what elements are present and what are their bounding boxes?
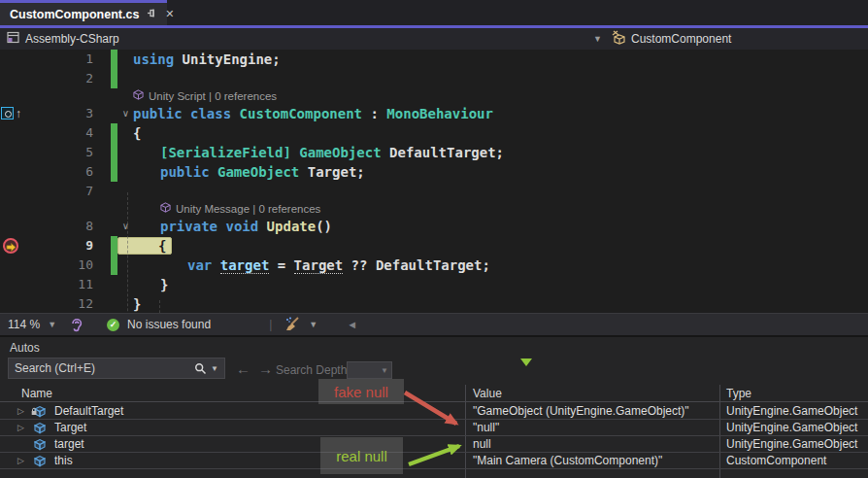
current-statement-brace: { (158, 236, 166, 256)
hscroll-left-arrow-icon[interactable]: ◄ (347, 319, 357, 330)
watch-type: CustomComponent (726, 454, 826, 467)
line-number: 11 (23, 275, 97, 294)
forward-arrow-icon[interactable]: → (258, 360, 273, 377)
no-issues-check-icon: ✓ (107, 319, 119, 331)
chevron-down-icon[interactable]: ▼ (593, 34, 612, 44)
code-line: 7 (0, 182, 868, 201)
watch-row[interactable]: ▷DefaultTarget"GameObject (UnityEngine.G… (0, 403, 868, 420)
search-icon[interactable] (192, 362, 209, 375)
code-text: using UnityEngine; (133, 50, 281, 69)
zoom-level: 114 % (0, 318, 40, 331)
watch-row[interactable]: ▷Target"null"UnityEngine.GameObject (0, 420, 868, 436)
cleanup-dropdown-caret-icon[interactable]: ▼ (309, 320, 317, 329)
breakpoint-margin[interactable]: ↑ (0, 104, 23, 123)
watch-value: "null" (473, 421, 499, 434)
breakpoint-margin[interactable] (0, 294, 23, 313)
change-bar (111, 69, 117, 88)
breakpoint-margin[interactable] (0, 236, 23, 256)
search-options-caret-icon[interactable]: ▼ (209, 364, 224, 373)
code-line: 10var target = Target ?? DefaultTarget; (0, 256, 868, 275)
breakpoint-margin[interactable] (0, 256, 23, 275)
expand-arrow-icon[interactable]: ▷ (17, 456, 24, 465)
line-number: 1 (23, 50, 97, 69)
breakpoint-margin[interactable] (0, 275, 23, 294)
column-header-value[interactable]: Value (473, 387, 502, 400)
line-number: 9 (23, 236, 97, 256)
code-line: 1using UnityEngine; (0, 50, 868, 69)
code-text: { (133, 123, 141, 143)
class-tracking-icon (1, 107, 14, 120)
code-line: 8∨private void Update() (0, 217, 868, 236)
issues-message: No issues found (127, 318, 211, 331)
change-bar (111, 143, 117, 162)
tab-title: CustomComponent.cs (10, 8, 139, 21)
watch-name: Target (54, 421, 86, 434)
breakpoint-margin[interactable] (0, 123, 23, 143)
watch-value: "GameObject (UnityEngine.GameObject)" (473, 404, 689, 418)
close-icon[interactable]: ✕ (165, 9, 174, 19)
code-cleanup-icon[interactable] (284, 317, 301, 332)
watch-type: UnityEngine.GameObject (726, 404, 857, 418)
indent-guide (159, 300, 160, 313)
watch-type: UnityEngine.GameObject (726, 421, 857, 434)
breakpoint-margin[interactable] (0, 162, 23, 182)
project-dropdown[interactable]: Assembly-CSharp ▼ (0, 31, 612, 47)
watch-name: this (54, 454, 73, 467)
pin-icon[interactable] (147, 8, 157, 20)
line-number: 2 (23, 69, 97, 88)
fold-chevron-icon[interactable]: ∨ (118, 104, 133, 123)
unity-codelens-icon (160, 201, 176, 217)
search-input[interactable] (9, 361, 192, 375)
tab-customcomponent[interactable]: CustomComponent.cs ✕ (0, 0, 167, 25)
breakpoint-margin[interactable] (0, 143, 23, 162)
breakpoint-margin[interactable] (0, 217, 23, 236)
watch-row[interactable]: ▷this"Main Camera (CustomComponent)"Cust… (0, 453, 868, 469)
line-number: 3 (23, 104, 97, 123)
current-statement-highlight: { (117, 237, 172, 255)
code-text: } (160, 275, 168, 294)
zoom-dropdown-caret-icon[interactable]: ▼ (48, 320, 56, 329)
change-bar (111, 236, 117, 256)
code-line: 11} (0, 275, 868, 294)
line-number: 7 (23, 182, 97, 201)
autos-search: ▼ (8, 358, 225, 379)
back-arrow-icon[interactable]: ← (236, 360, 250, 377)
fold-chevron-icon[interactable]: ∨ (118, 217, 133, 236)
up-arrow-icon: ↑ (16, 104, 21, 123)
code-line: 6public GameObject Target; (0, 162, 868, 182)
codelens-row: Unity Message | 0 references (0, 201, 868, 217)
audio-cues-icon[interactable] (70, 318, 83, 332)
code-line: 2 (0, 69, 868, 88)
column-header-type[interactable]: Type (726, 387, 751, 400)
annotation-real-null: real null (320, 437, 403, 474)
autos-grid: Name Value Type ▷DefaultTarget"GameObjec… (0, 385, 868, 478)
change-bar (111, 123, 117, 143)
line-number: 6 (23, 162, 97, 182)
watch-row[interactable]: targetnullUnityEngine.GameObject (0, 436, 868, 453)
breakpoint-margin[interactable] (0, 182, 23, 201)
symbol-dropdown[interactable]: CustomComponent (612, 30, 731, 48)
codelens-row: Unity Script | 0 references (0, 88, 868, 104)
code-text: private void Update() (160, 217, 332, 236)
search-depth-label: Search Depth: (276, 363, 351, 377)
breakpoint-margin[interactable] (0, 69, 23, 88)
search-depth-dropdown[interactable]: ▼ (347, 361, 392, 379)
watch-value: "Main Camera (CustomComponent)" (473, 454, 662, 467)
code-rows: 1using UnityEngine;2Unity Script | 0 ref… (0, 50, 868, 313)
expand-arrow-icon[interactable]: ▷ (17, 423, 24, 432)
breakpoint-margin[interactable] (0, 50, 23, 69)
expand-arrow-icon[interactable]: ▷ (17, 406, 24, 416)
line-number: 4 (23, 123, 97, 143)
line-number: 10 (23, 256, 97, 275)
codelens-text[interactable]: Unity Script | 0 references (133, 88, 277, 104)
change-bar (111, 50, 117, 69)
panel-title: Autos (10, 341, 40, 355)
annotation-real-null-label: real null (336, 448, 387, 464)
green-marker-triangle (520, 358, 532, 366)
tab-strip: CustomComponent.cs ✕ (0, 0, 868, 28)
codelens-text[interactable]: Unity Message | 0 references (160, 201, 320, 217)
watch-name: target (54, 437, 84, 451)
line-number: 12 (23, 294, 97, 313)
line-number: 5 (23, 143, 97, 162)
column-header-name[interactable]: Name (21, 387, 52, 400)
